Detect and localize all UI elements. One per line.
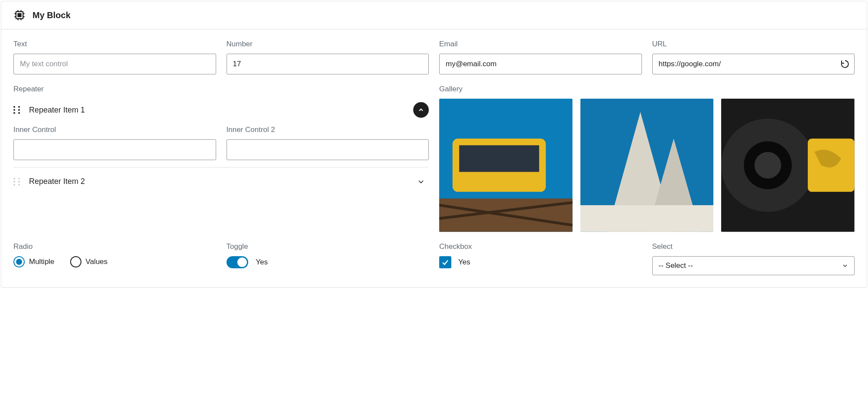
text-field: Text [13, 40, 216, 74]
svg-point-23 [755, 152, 781, 179]
repeater-field: Repeater Repeater Item 1 Inner Control I… [13, 85, 429, 232]
svg-rect-19 [580, 205, 714, 232]
inner-control-2-label: Inner Control 2 [227, 125, 429, 134]
select-field: Select -- Select -- [652, 242, 855, 275]
toggle-value-label: Yes [256, 258, 268, 267]
url-field: URL [652, 40, 855, 74]
repeater-label: Repeater [13, 85, 429, 93]
select-input[interactable]: -- Select -- [652, 256, 855, 275]
radio-option-label: Values [86, 257, 108, 266]
number-input[interactable] [227, 54, 429, 74]
block-title: My Block [32, 10, 71, 20]
submit-icon[interactable] [840, 59, 850, 69]
inner-control-1-label: Inner Control [13, 125, 216, 134]
block-panel: My Block Text Number Email URL [1, 1, 867, 288]
radio-option-label: Multiple [29, 257, 55, 266]
svg-rect-12 [459, 145, 539, 172]
toggle-field: Toggle Yes [227, 242, 429, 275]
radio-circle-icon [70, 256, 81, 267]
repeater-item-1[interactable]: Repeater Item 1 [13, 99, 429, 121]
checkbox-input[interactable] [439, 256, 451, 268]
inner-control-1: Inner Control [13, 125, 216, 160]
chevron-up-icon [418, 106, 424, 113]
repeater-item-title: Repeater Item 2 [29, 177, 409, 186]
drag-handle-icon[interactable] [13, 106, 21, 114]
url-label: URL [652, 40, 855, 48]
gallery-image-3[interactable] [721, 99, 855, 232]
email-input[interactable] [439, 54, 642, 74]
chevron-down-icon[interactable] [417, 177, 425, 186]
gallery-image-2[interactable] [580, 99, 714, 232]
radio-option-values[interactable]: Values [70, 256, 108, 267]
gallery-label: Gallery [439, 85, 855, 93]
radio-label: Radio [13, 242, 216, 251]
check-icon [441, 258, 450, 267]
block-icon [13, 9, 26, 21]
drag-handle-icon[interactable] [13, 178, 21, 186]
email-field: Email [439, 40, 642, 74]
select-label: Select [652, 242, 855, 251]
inner-control-1-input[interactable] [13, 139, 216, 160]
radio-circle-icon [13, 256, 25, 267]
checkbox-field: Checkbox Yes [439, 242, 642, 275]
radio-field: Radio Multiple Values [13, 242, 216, 275]
svg-rect-1 [18, 14, 21, 17]
checkbox-label: Checkbox [439, 242, 642, 251]
text-input[interactable] [13, 54, 216, 74]
radio-option-multiple[interactable]: Multiple [13, 256, 55, 267]
inner-control-2: Inner Control 2 [227, 125, 429, 160]
repeater-item-2[interactable]: Repeater Item 2 [13, 174, 429, 190]
number-field: Number [227, 40, 429, 74]
inner-control-2-input[interactable] [227, 139, 429, 160]
divider [13, 167, 429, 167]
repeater-item-title: Repeater Item 1 [29, 106, 405, 115]
toggle-label: Toggle [227, 242, 429, 251]
gallery-image-1[interactable] [439, 99, 573, 232]
text-label: Text [13, 40, 216, 48]
toggle-switch[interactable] [227, 256, 248, 268]
collapse-button[interactable] [413, 102, 429, 118]
checkbox-value-label: Yes [458, 258, 470, 267]
email-label: Email [439, 40, 642, 48]
url-input[interactable] [652, 54, 855, 74]
gallery-field: Gallery [439, 85, 855, 232]
block-header: My Block [1, 1, 867, 29]
number-label: Number [227, 40, 429, 48]
